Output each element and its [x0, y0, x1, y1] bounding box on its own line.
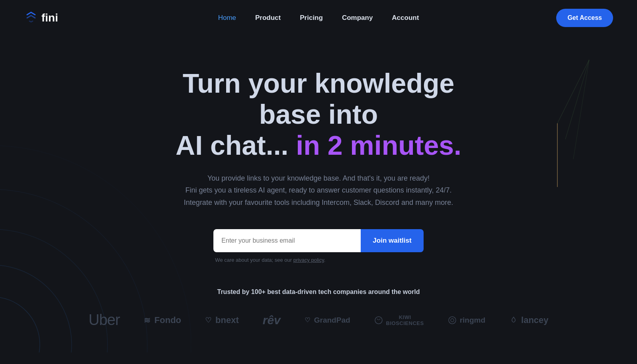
svg-point-11	[451, 319, 454, 322]
hero-section: Turn your knowledge base into AI chat...…	[0, 36, 637, 352]
logo-bnext: ♡ bnext	[205, 315, 239, 325]
nav-item-company[interactable]: Company	[342, 14, 373, 21]
svg-point-10	[449, 317, 456, 324]
privacy-note: We care about your data; see our privacy…	[215, 257, 325, 263]
email-input[interactable]	[213, 229, 361, 252]
logo-fondo: ≋ Fondo	[144, 315, 181, 325]
get-access-button[interactable]: Get Access	[556, 9, 613, 27]
nav-item-account[interactable]: Account	[392, 14, 419, 21]
logo-uber: Uber	[88, 311, 119, 329]
logo-rev: rêv	[263, 313, 281, 327]
navbar: fini Home Product Pricing Company Accoun…	[0, 0, 637, 36]
svg-point-0	[0, 297, 40, 352]
brand-logos: Uber ≋ Fondo ♡ bnext rêv ♡ GrandPad	[88, 311, 548, 329]
logo-ringmd: ringmd	[448, 316, 485, 325]
svg-point-9	[375, 317, 382, 324]
trusted-section: Trusted by 100+ best data-driven tech co…	[88, 288, 548, 329]
logo-grandpad: ♡ GrandPad	[305, 316, 350, 325]
privacy-policy-link[interactable]: privacy policy	[293, 257, 324, 263]
join-waitlist-button[interactable]: Join waitlist	[361, 229, 423, 252]
trusted-title: Trusted by 100+ best data-driven tech co…	[88, 288, 548, 296]
logo-lancey: lancey	[509, 315, 549, 325]
nav-item-home[interactable]: Home	[218, 14, 236, 21]
logo[interactable]: fini	[24, 11, 58, 25]
svg-line-7	[573, 60, 589, 159]
nav-item-product[interactable]: Product	[255, 14, 281, 21]
nav-item-pricing[interactable]: Pricing	[300, 14, 323, 21]
nav-links: Home Product Pricing Company Account	[218, 14, 419, 22]
logo-kiwi-biosciences: KIWIBIOSCIENCES	[374, 314, 424, 326]
logo-wordmark: fini	[41, 12, 58, 24]
svg-line-5	[557, 60, 589, 123]
svg-line-6	[565, 60, 589, 139]
hero-subtitle: You provide links to your knowledge base…	[184, 172, 453, 209]
hero-heading: Turn your knowledge base into AI chat...…	[155, 68, 482, 161]
email-form: Join waitlist	[213, 229, 423, 252]
svg-point-1	[0, 265, 72, 352]
